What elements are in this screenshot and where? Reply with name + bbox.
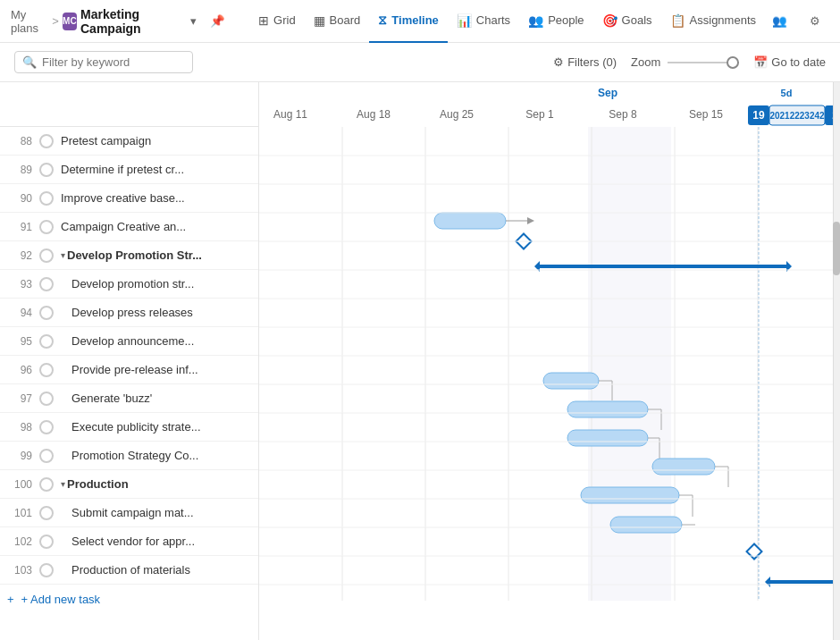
svg-rect-24 — [434, 213, 506, 229]
tab-goals[interactable]: 🎯 Goals — [593, 0, 661, 43]
people-icon: 👥 — [528, 13, 543, 28]
svg-text:Sep 1: Sep 1 — [525, 108, 554, 121]
table-row[interactable]: 102 Select vendor for appr... — [0, 527, 258, 556]
svg-text:Aug 25: Aug 25 — [440, 108, 474, 121]
tab-assignments-label: Assignments — [690, 13, 756, 27]
table-row[interactable]: 94 Develop press releases — [0, 299, 258, 327]
project-dropdown-button[interactable]: ▾ — [184, 9, 205, 34]
search-icon: 🔍 — [22, 55, 37, 69]
chevron-down-icon: ▾ — [61, 479, 65, 489]
breadcrumb: My plans > MC Marketing Campaign ▾ 📌 — [11, 7, 228, 36]
goto-label: Go to date — [771, 55, 826, 69]
share-button[interactable]: 👥 — [765, 7, 794, 36]
header: My plans > MC Marketing Campaign ▾ 📌 ⊞ G… — [0, 0, 840, 43]
svg-text:Aug 11: Aug 11 — [273, 108, 307, 121]
svg-text:Sep: Sep — [598, 87, 617, 99]
main-content: 88 Pretest campaign 89 Determine if pret… — [0, 82, 840, 640]
svg-text:5d: 5d — [781, 88, 793, 98]
task-status-circle[interactable] — [39, 306, 54, 320]
table-row[interactable]: 93 Develop promotion str... — [0, 270, 258, 299]
calendar-icon: 📅 — [753, 55, 768, 69]
svg-text:19: 19 — [752, 109, 765, 122]
tab-timeline-label: Timeline — [391, 13, 439, 27]
table-row[interactable]: 99 Promotion Strategy Co... — [0, 442, 258, 470]
filters-button[interactable]: ⚙ Filters (0) — [553, 55, 617, 69]
tab-timeline[interactable]: ⧖ Timeline — [369, 0, 448, 43]
table-row[interactable]: 103 Production of materials — [0, 556, 258, 585]
svg-rect-40 — [652, 459, 715, 475]
tab-grid-label: Grid — [273, 13, 296, 27]
chevron-down-icon: ▾ — [61, 250, 65, 260]
table-row[interactable]: 95 Develop announceme... — [0, 327, 258, 356]
filters-label: Filters (0) — [567, 55, 617, 69]
vertical-scrollbar[interactable] — [833, 82, 840, 640]
svg-rect-43 — [581, 487, 679, 503]
task-status-circle[interactable] — [39, 363, 54, 377]
task-status-circle[interactable] — [39, 191, 54, 206]
goto-date-button[interactable]: 📅 Go to date — [753, 55, 826, 69]
timeline-icon: ⧖ — [378, 13, 387, 28]
breadcrumb-parent[interactable]: My plans — [11, 8, 48, 35]
table-row[interactable]: 96 Provide pre-release inf... — [0, 356, 258, 384]
tab-grid[interactable]: ⊞ Grid — [249, 0, 305, 43]
task-status-circle[interactable] — [39, 535, 54, 549]
table-row[interactable]: 90 Improve creative base... — [0, 184, 258, 213]
tab-charts-label: Charts — [476, 13, 510, 27]
table-row[interactable]: 100 ▾ Production — [0, 470, 258, 499]
zoom-track — [668, 62, 739, 63]
task-status-circle[interactable] — [39, 563, 54, 577]
task-status-circle[interactable] — [39, 477, 54, 492]
task-status-circle[interactable] — [39, 506, 54, 520]
zoom-label: Zoom — [631, 55, 660, 69]
task-status-circle[interactable] — [39, 277, 54, 291]
svg-text:Aug 18: Aug 18 — [357, 108, 391, 121]
svg-rect-31 — [543, 373, 599, 389]
add-task-label: + Add new task — [21, 593, 101, 606]
add-task-icon: + — [7, 593, 14, 606]
goals-icon: 🎯 — [602, 13, 617, 28]
task-status-circle[interactable] — [39, 334, 54, 349]
svg-rect-48 — [747, 544, 762, 560]
gantt-chart[interactable]: Sep Aug 11 Aug 18 Aug 25 Sep 1 Sep 8 Sep… — [259, 82, 840, 640]
project-name: Marketing Campaign — [80, 7, 181, 36]
tab-people[interactable]: 👥 People — [519, 0, 592, 43]
zoom-thumb[interactable] — [727, 56, 739, 69]
task-status-circle[interactable] — [39, 420, 54, 434]
table-row[interactable]: 97 Generate 'buzz' — [0, 384, 258, 413]
task-status-circle[interactable] — [39, 220, 54, 234]
task-status-circle[interactable] — [39, 248, 54, 263]
zoom-control: Zoom — [631, 55, 739, 69]
board-icon: ▦ — [314, 13, 325, 28]
svg-rect-37 — [567, 430, 648, 446]
table-row[interactable]: 88 Pretest campaign — [0, 127, 258, 156]
add-task-button[interactable]: + + Add new task — [0, 585, 258, 613]
table-row[interactable]: 92 ▾ Develop Promotion Str... — [0, 241, 258, 270]
svg-marker-26 — [527, 217, 534, 224]
table-row[interactable]: 91 Campaign Creative an... — [0, 213, 258, 241]
svg-text:Sep 8: Sep 8 — [609, 108, 637, 121]
search-input[interactable] — [42, 55, 185, 69]
filter-input-container[interactable]: 🔍 — [14, 51, 193, 73]
task-status-circle[interactable] — [39, 134, 54, 148]
pin-button[interactable]: 📌 — [207, 9, 228, 34]
tab-charts[interactable]: 📊 Charts — [448, 0, 519, 43]
settings-button[interactable]: ⚙ — [801, 7, 829, 36]
tab-board[interactable]: ▦ Board — [305, 0, 370, 43]
project-icon: MC — [63, 13, 77, 30]
zoom-slider[interactable] — [668, 62, 739, 63]
toolbar: 🔍 ⚙ Filters (0) Zoom 📅 Go to date — [0, 43, 840, 82]
table-row[interactable]: 98 Execute publicity strate... — [0, 413, 258, 442]
tab-goals-label: Goals — [622, 13, 652, 27]
task-status-circle[interactable] — [39, 449, 54, 463]
scrollbar-thumb[interactable] — [833, 222, 840, 275]
header-right: 👥 ⚙ — [765, 7, 829, 36]
grid-icon: ⊞ — [258, 13, 269, 28]
nav-tabs: ⊞ Grid ▦ Board ⧖ Timeline 📊 Charts 👥 Peo… — [249, 0, 765, 43]
task-list: 88 Pretest campaign 89 Determine if pret… — [0, 82, 259, 640]
tab-assignments[interactable]: 📋 Assignments — [661, 0, 765, 43]
svg-marker-50 — [765, 577, 770, 587]
task-status-circle[interactable] — [39, 163, 54, 177]
table-row[interactable]: 89 Determine if pretest cr... — [0, 156, 258, 184]
table-row[interactable]: 101 Submit campaign mat... — [0, 499, 258, 527]
task-status-circle[interactable] — [39, 392, 54, 406]
